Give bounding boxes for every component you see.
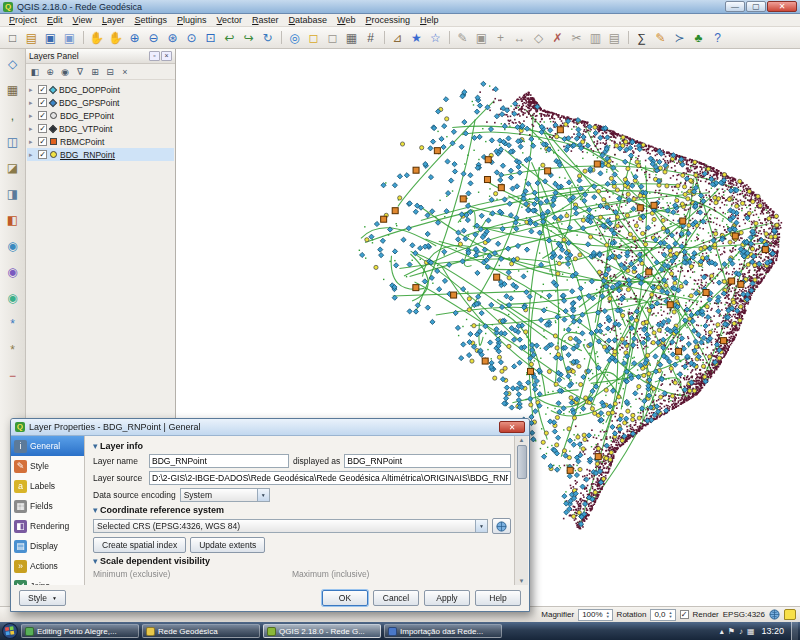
toolbar-add-vector-layer-button[interactable]: ◇ <box>3 54 23 74</box>
toolbar-toggle-editing-button[interactable]: ✎ <box>453 28 472 47</box>
tray-network-icon[interactable]: ▦ <box>747 627 755 636</box>
show-desktop-button[interactable] <box>791 622 798 640</box>
toolbar-open-project-button[interactable]: ▤ <box>22 28 41 47</box>
minimize-button[interactable]: — <box>725 1 745 12</box>
scrollbar-thumb[interactable] <box>517 445 527 479</box>
magnifier-spinbox[interactable]: 100% ▲▼ <box>578 609 612 621</box>
dialog-tab-style[interactable]: ✎ Style <box>11 456 84 476</box>
panel-manage-map-themes-button[interactable]: ◉ <box>58 65 72 78</box>
dialog-scrollbar[interactable]: ▲ ▼ <box>514 436 528 585</box>
toolbar-add-postgis-layer-button[interactable]: ◫ <box>3 132 23 152</box>
maximize-button[interactable]: ▢ <box>746 1 766 12</box>
toolbar-add-feature-button[interactable]: + <box>491 28 510 47</box>
dialog-close-button[interactable]: ✕ <box>499 421 525 433</box>
expand-icon[interactable] <box>29 112 35 120</box>
toolbar-zoom-out-button[interactable]: ⊖ <box>144 28 163 47</box>
menu-raster[interactable]: Raster <box>247 15 284 25</box>
crs-picker-button[interactable] <box>492 518 511 534</box>
toolbar-add-wcs-layer-button[interactable]: ◉ <box>3 262 23 282</box>
toolbar-cut-features-button[interactable]: ✂ <box>567 28 586 47</box>
menu-settings[interactable]: Settings <box>129 15 172 25</box>
scroll-down-icon[interactable]: ▼ <box>519 578 525 584</box>
dialog-tab-general[interactable]: i General <box>11 436 84 456</box>
taskbar-button-editing-porto-alegre[interactable]: Editing Porto Alegre,... <box>21 624 139 638</box>
toolbar-plugins-trees-button[interactable]: ♣ <box>689 28 708 47</box>
taskbar-clock[interactable]: 13:20 <box>761 626 784 636</box>
toolbar-zoom-to-layer-button[interactable]: ⊡ <box>201 28 220 47</box>
style-menu-button[interactable]: Style▼ <box>19 590 66 606</box>
menu-edit[interactable]: Edit <box>42 15 68 25</box>
panel-remove-layer-button[interactable]: × <box>118 65 132 78</box>
crs-header[interactable]: Coordinate reference system <box>93 505 511 515</box>
toolbar-new-spatialite-layer-button[interactable]: * <box>3 340 23 360</box>
toolbar-add-mssql-layer-button[interactable]: ◨ <box>3 184 23 204</box>
start-button[interactable] <box>2 623 18 639</box>
layer-visibility-checkbox[interactable] <box>38 111 47 120</box>
toolbar-move-feature-button[interactable]: ↔ <box>510 28 529 47</box>
help-button[interactable]: Help <box>475 590 521 606</box>
layer-visibility-checkbox[interactable] <box>38 124 47 133</box>
toolbar-new-annotation-button[interactable]: ✎ <box>651 28 670 47</box>
menu-view[interactable]: View <box>68 15 97 25</box>
panel-add-group-button[interactable]: ⊕ <box>43 65 57 78</box>
toolbar-zoom-to-selection-button[interactable]: ⊙ <box>182 28 201 47</box>
layer-visibility-checkbox[interactable] <box>38 150 47 159</box>
menu-vector[interactable]: Vector <box>212 15 248 25</box>
create-spatial-index-button[interactable]: Create spatial index <box>93 537 186 553</box>
taskbar-button-rede-geod-sica[interactable]: Rede Geodésica <box>142 624 260 638</box>
toolbar-zoom-last-button[interactable]: ↩ <box>220 28 239 47</box>
toolbar-zoom-full-button[interactable]: ⊛ <box>163 28 182 47</box>
message-log-icon[interactable] <box>784 609 796 620</box>
dialog-titlebar[interactable]: Q Layer Properties - BDG_RNPoint | Gener… <box>11 419 529 436</box>
menu-layer[interactable]: Layer <box>97 15 130 25</box>
apply-button[interactable]: Apply <box>424 590 470 606</box>
dialog-tab-labels[interactable]: a Labels <box>11 476 84 496</box>
toolbar-add-delimited-text-layer-button[interactable]: , <box>3 106 23 126</box>
layer-source-input[interactable] <box>149 471 511 485</box>
toolbar-zoom-in-button[interactable]: ⊕ <box>125 28 144 47</box>
toolbar-measure-line-button[interactable]: ⊿ <box>388 28 407 47</box>
toolbar-pan-map-button[interactable]: ✋ <box>87 28 106 47</box>
spinner-arrows-icon[interactable]: ▲▼ <box>606 611 610 619</box>
scale-visibility-header[interactable]: Scale dependent visibility <box>93 556 511 566</box>
toolbar-show-bookmarks-button[interactable]: ☆ <box>426 28 445 47</box>
cancel-button[interactable]: Cancel <box>373 590 419 606</box>
panel-expand-all-button[interactable]: ⊞ <box>88 65 102 78</box>
toolbar-new-bookmark-button[interactable]: ★ <box>407 28 426 47</box>
layer-item-bdg-eppoint[interactable]: BDG_EPPoint <box>27 109 174 122</box>
toolbar-node-tool-button[interactable]: ◇ <box>529 28 548 47</box>
layer-item-bdg-gpspoint[interactable]: BDG_GPSPoint <box>27 96 174 109</box>
layer-item-bdg-rnpoint[interactable]: BDG_RNPoint <box>27 148 174 161</box>
expand-icon[interactable] <box>29 86 35 94</box>
layer-visibility-checkbox[interactable] <box>38 137 47 146</box>
toolbar-show-statistics-button[interactable]: ∑ <box>632 28 651 47</box>
toolbar-zoom-next-button[interactable]: ↪ <box>239 28 258 47</box>
toolbar-remove-layer-button[interactable]: − <box>3 366 23 386</box>
encoding-select[interactable]: System▼ <box>180 488 270 502</box>
dialog-tab-rendering[interactable]: ◧ Rendering <box>11 516 84 536</box>
rotation-spinbox[interactable]: 0,0 ▲▼ <box>650 609 675 621</box>
toolbar-add-wms-layer-button[interactable]: ◉ <box>3 236 23 256</box>
tray-hidden-icons-icon[interactable]: ▴ <box>720 627 724 636</box>
toolbar-save-layer-edits-button[interactable]: ▣ <box>472 28 491 47</box>
toolbar-add-raster-layer-button[interactable]: ▦ <box>3 80 23 100</box>
expand-icon[interactable] <box>29 125 35 133</box>
toolbar-add-spatialite-layer-button[interactable]: ◪ <box>3 158 23 178</box>
ok-button[interactable]: OK <box>322 590 368 606</box>
toolbar-add-wfs-layer-button[interactable]: ◉ <box>3 288 23 308</box>
menu-processing[interactable]: Processing <box>360 15 415 25</box>
dialog-tab-actions[interactable]: » Actions <box>11 556 84 576</box>
toolbar-field-calculator-button[interactable]: # <box>361 28 380 47</box>
toolbar-help-contents-button[interactable]: ? <box>708 28 727 47</box>
toolbar-save-project-as-button[interactable]: ▣ <box>60 28 79 47</box>
dialog-tab-fields[interactable]: ▦ Fields <box>11 496 84 516</box>
panel-float-button[interactable]: ▫ <box>149 51 160 61</box>
toolbar-new-project-button[interactable]: □ <box>3 28 22 47</box>
layer-item-bdg-doppoint[interactable]: BDG_DOPPoint <box>27 83 174 96</box>
menu-web[interactable]: Web <box>332 15 360 25</box>
dialog-tab-display[interactable]: ▤ Display <box>11 536 84 556</box>
update-extents-button[interactable]: Update extents <box>190 537 265 553</box>
toolbar-delete-selected-button[interactable]: ✗ <box>548 28 567 47</box>
layer-visibility-checkbox[interactable] <box>38 85 47 94</box>
menu-database[interactable]: Database <box>284 15 333 25</box>
